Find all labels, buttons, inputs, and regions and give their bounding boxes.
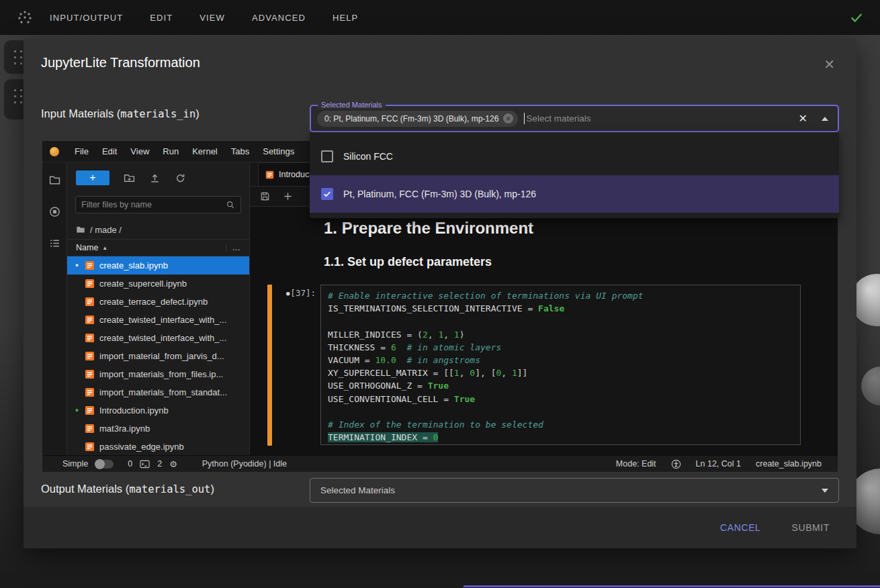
file-item[interactable]: create_twisted_interface_with_... xyxy=(67,311,249,329)
kernel-status[interactable]: Python (Pyodide) | Idle xyxy=(202,459,287,469)
select-placeholder: Select materials xyxy=(526,113,590,124)
jm-item-settings[interactable]: Settings xyxy=(256,146,301,156)
simple-mode-toggle[interactable] xyxy=(95,460,114,469)
chevron-down-icon[interactable] xyxy=(822,489,828,493)
file-item[interactable]: passivate_edge.ipynb xyxy=(67,438,249,455)
file-item[interactable]: ●create_slab.ipynb xyxy=(67,256,249,275)
terminals-count: 0 xyxy=(128,459,132,469)
code-line[interactable]: # Index of the termination to be selecte… xyxy=(328,418,793,431)
file-item[interactable]: import_material_from_jarvis_d... xyxy=(67,347,249,365)
selected-materials-select[interactable]: Selected Materials 0: Pt, Platinum, FCC … xyxy=(310,105,839,132)
file-name: create_slab.ipynb xyxy=(99,260,168,271)
tb-item-view[interactable]: VIEW xyxy=(200,13,225,23)
submit-button[interactable]: SUBMIT xyxy=(785,517,837,538)
checkbox-checked-icon[interactable] xyxy=(321,188,333,200)
breadcrumb[interactable]: / made / xyxy=(67,220,249,239)
file-filter-input[interactable] xyxy=(81,200,226,209)
code-editor[interactable]: # Enable interactive selection of termin… xyxy=(320,285,801,445)
tb-item-advanced[interactable]: ADVANCED xyxy=(252,13,306,23)
new-launcher-button[interactable]: + xyxy=(76,170,109,185)
material-chip[interactable]: 0: Pt, Platinum, FCC (Fm-3m) 3D (Bulk), … xyxy=(317,111,518,127)
code-line[interactable]: USE_ORTHOGONAL_Z = True xyxy=(328,379,793,392)
jupyterlite-transformation-dialog: JupyterLite Transformation ✕ Input Mater… xyxy=(24,39,856,548)
notebook-file-icon xyxy=(85,442,95,452)
cancel-button[interactable]: CANCEL xyxy=(713,517,767,538)
input-label-prefix: Input Materials ( xyxy=(41,107,120,119)
dialog-title: JupyterLite Transformation xyxy=(41,55,200,70)
code-line[interactable]: TERMINATION_INDEX = 0 xyxy=(328,431,793,444)
clear-selection-icon[interactable]: ✕ xyxy=(799,113,807,124)
cursor-position[interactable]: Ln 12, Col 1 xyxy=(696,459,741,469)
file-list-header[interactable]: Name ▲ … xyxy=(67,239,249,256)
file-browser-toolbar: + xyxy=(67,162,249,193)
notebook-heading-2: 1.1. Set up defect parameters xyxy=(324,255,492,269)
chevron-up-icon[interactable] xyxy=(822,117,828,121)
tb-item-input-output[interactable]: INPUT/OUTPUT xyxy=(50,13,123,23)
upload-icon[interactable] xyxy=(149,173,161,184)
file-item[interactable]: create_supercell.ipynb xyxy=(67,275,249,293)
code-line[interactable]: USE_CONVENTIONAL_CELL = True xyxy=(328,393,793,405)
refresh-icon[interactable] xyxy=(175,173,186,184)
jupyter-status-bar: Simple 0 2 ⚙ Python (Pyodide) | Idle Mod… xyxy=(42,455,838,472)
file-item[interactable]: ●Introduction.ipynb xyxy=(67,401,249,420)
code-line[interactable]: # Enable interactive selection of termin… xyxy=(328,289,793,302)
chip-delete-icon[interactable]: ✕ xyxy=(503,113,513,124)
file-list: ●create_slab.ipynbcreate_supercell.ipynb… xyxy=(67,256,249,455)
terminal-icon[interactable] xyxy=(140,460,150,469)
output-materials-select[interactable]: Selected Materials xyxy=(310,478,839,503)
tb-item-help[interactable]: HELP xyxy=(333,13,358,23)
notebook-file-icon xyxy=(85,333,95,343)
material-option[interactable]: Pt, Platinum, FCC (Fm-3m) 3D (Bulk), mp-… xyxy=(310,175,839,213)
search-icon xyxy=(226,200,235,209)
accessibility-icon[interactable] xyxy=(671,459,681,469)
editor-mode[interactable]: Mode: Edit xyxy=(616,459,656,469)
file-item[interactable]: import_materials_from_standat... xyxy=(67,383,249,401)
confirm-check-icon[interactable] xyxy=(849,10,864,25)
tb-item-edit[interactable]: EDIT xyxy=(150,13,173,23)
file-item[interactable]: create_twisted_interface_with_... xyxy=(67,329,249,347)
checkbox-unchecked-icon[interactable] xyxy=(321,150,333,162)
close-icon[interactable]: ✕ xyxy=(824,58,835,71)
file-name: create_terrace_defect.ipynb xyxy=(99,297,208,307)
column-more-icon[interactable]: … xyxy=(226,243,241,252)
active-cell-bar[interactable] xyxy=(267,285,272,446)
file-browser-icon[interactable] xyxy=(49,175,60,186)
notebook-file-icon xyxy=(85,260,95,271)
notebook-file-icon xyxy=(85,315,95,325)
material-option-label: Pt, Platinum, FCC (Fm-3m) 3D (Bulk), mp-… xyxy=(343,189,536,199)
jm-item-run[interactable]: Run xyxy=(156,146,185,156)
code-line[interactable]: MILLER_INDICES = (2, 1, 1) xyxy=(328,328,793,341)
code-line[interactable] xyxy=(328,315,793,328)
code-line[interactable] xyxy=(328,405,793,418)
file-name: create_supercell.ipynb xyxy=(99,279,187,289)
file-item[interactable]: mat3ra.ipynb xyxy=(67,420,249,438)
jlab-menu: FileEditViewRunKernelTabsSettings xyxy=(68,146,301,156)
add-cell-icon[interactable] xyxy=(283,191,293,201)
code-line[interactable]: XY_SUPERCELL_MATRIX = [[1, 0], [0, 1]] xyxy=(328,366,793,379)
jm-item-tabs[interactable]: Tabs xyxy=(224,146,256,156)
new-folder-icon[interactable] xyxy=(124,173,135,184)
file-item[interactable]: create_terrace_defect.ipynb xyxy=(67,293,249,311)
text-cursor xyxy=(524,113,525,124)
file-name: import_materials_from_files.ip... xyxy=(99,369,223,379)
app-logo-icon[interactable] xyxy=(16,9,34,26)
code-line[interactable]: THICKNESS = 6 # in atomic layers xyxy=(328,341,793,354)
running-sessions-icon[interactable] xyxy=(49,206,60,217)
jm-item-view[interactable]: View xyxy=(124,146,156,156)
jm-item-kernel[interactable]: Kernel xyxy=(185,146,224,156)
code-line[interactable]: IS_TERMINATIONS_SELECTION_INTERACTIVE = … xyxy=(328,302,793,315)
name-column-header[interactable]: Name xyxy=(76,243,98,252)
save-icon[interactable] xyxy=(260,191,270,201)
file-item[interactable]: import_materials_from_files.ip... xyxy=(67,365,249,383)
kernel-gear-icon[interactable]: ⚙ xyxy=(169,459,177,469)
jm-item-file[interactable]: File xyxy=(68,146,95,156)
notebook-file-icon xyxy=(85,351,95,361)
code-line[interactable]: VACUUM = 10.0 # in angstroms xyxy=(328,354,793,366)
input-label-suffix: ) xyxy=(195,107,200,119)
breadcrumb-path: / made / xyxy=(90,225,122,235)
viewer-axis-line xyxy=(464,585,880,587)
app-menu-bar: INPUT/OUTPUTEDITVIEWADVANCEDHELP xyxy=(0,0,880,35)
jm-item-edit[interactable]: Edit xyxy=(95,146,124,156)
table-of-contents-icon[interactable] xyxy=(49,238,60,249)
material-option[interactable]: Silicon FCC xyxy=(310,138,839,175)
